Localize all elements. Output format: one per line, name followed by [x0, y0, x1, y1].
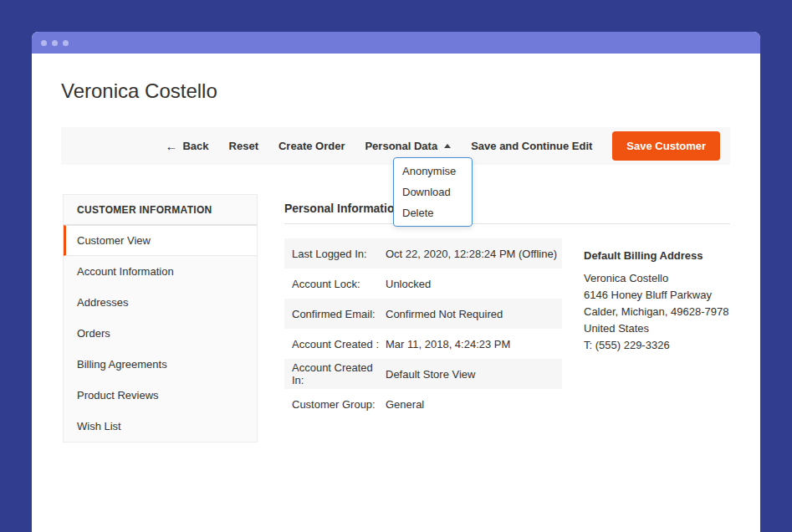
save-and-continue-label: Save and Continue Edit	[471, 140, 592, 152]
billing-address-line: Calder, Michigan, 49628-7978	[584, 304, 734, 320]
row-value: Default Store View	[386, 368, 562, 381]
row-value: Mar 11, 2018, 4:24:23 PM	[386, 338, 562, 350]
row-value: General	[386, 398, 562, 411]
window-dot-2[interactable]	[52, 40, 58, 46]
sidebar-item-customer-view[interactable]: Customer View	[64, 225, 257, 256]
back-button-label: Back	[182, 140, 208, 152]
create-order-button-label: Create Order	[278, 140, 345, 152]
save-customer-button[interactable]: Save Customer	[612, 131, 720, 161]
chevron-up-icon	[444, 144, 451, 148]
window-titlebar	[32, 32, 760, 54]
table-row: Confirmed Email: Confirmed Not Required	[284, 299, 562, 329]
row-value: Unlocked	[386, 278, 562, 290]
back-arrow-icon: ←	[165, 140, 177, 152]
page-title: Veronica Costello	[61, 79, 217, 103]
row-value: Oct 22, 2020, 12:28:24 PM (Offline)	[386, 248, 562, 260]
billing-address-line: United States	[584, 320, 734, 337]
table-row: Account Lock: Unlocked	[284, 269, 562, 299]
sidebar-item-billing-agreements[interactable]: Billing Agreements	[64, 349, 257, 380]
section-divider	[284, 223, 730, 224]
app-window: Veronica Costello ← Back Reset Create Or…	[32, 32, 760, 532]
reset-button[interactable]: Reset	[229, 140, 258, 152]
back-button[interactable]: ← Back	[165, 140, 208, 152]
table-row: Account Created : Mar 11, 2018, 4:24:23 …	[284, 329, 562, 359]
table-row: Account Created In: Default Store View	[284, 359, 562, 389]
row-label: Account Lock:	[284, 278, 386, 290]
create-order-button[interactable]: Create Order	[278, 140, 345, 152]
billing-address-line: Veronica Costello	[584, 270, 734, 287]
billing-address-line: 6146 Honey Bluff Parkway	[584, 287, 734, 304]
save-and-continue-button[interactable]: Save and Continue Edit	[471, 140, 592, 152]
personal-information-table: Last Logged In: Oct 22, 2020, 12:28:24 P…	[284, 238, 562, 419]
table-row: Last Logged In: Oct 22, 2020, 12:28:24 P…	[284, 238, 562, 269]
row-label: Last Logged In:	[284, 248, 386, 260]
billing-address-line: T: (555) 229-3326	[584, 337, 734, 354]
dropdown-item-download[interactable]: Download	[394, 182, 472, 202]
row-label: Account Created In:	[284, 361, 386, 386]
personal-data-dropdown: Anonymise Download Delete	[393, 157, 473, 227]
dropdown-item-delete[interactable]: Delete	[394, 202, 472, 223]
table-row: Customer Group: General	[284, 389, 562, 419]
row-value: Confirmed Not Required	[386, 308, 562, 320]
window-dot-3[interactable]	[63, 40, 69, 46]
row-label: Account Created :	[284, 338, 386, 350]
window-dot-1[interactable]	[41, 40, 47, 46]
sidebar-header: CUSTOMER INFORMATION	[64, 195, 257, 225]
row-label: Confirmed Email:	[284, 308, 386, 320]
personal-data-button-label: Personal Data	[365, 140, 437, 152]
row-label: Customer Group:	[284, 398, 386, 411]
dropdown-item-anonymise[interactable]: Anonymise	[394, 161, 472, 182]
customer-information-sidebar: CUSTOMER INFORMATION Customer View Accou…	[63, 194, 258, 442]
sidebar-item-orders[interactable]: Orders	[64, 318, 257, 349]
reset-button-label: Reset	[229, 140, 258, 152]
sidebar-item-account-information[interactable]: Account Information	[64, 256, 257, 287]
personal-information-title: Personal Information	[284, 202, 401, 215]
sidebar-item-product-reviews[interactable]: Product Reviews	[64, 380, 257, 411]
sidebar-item-addresses[interactable]: Addresses	[64, 287, 257, 318]
sidebar-item-wish-list[interactable]: Wish List	[64, 411, 257, 442]
default-billing-address: Default Billing Address Veronica Costell…	[584, 249, 734, 354]
personal-data-button[interactable]: Personal Data	[365, 140, 451, 152]
billing-address-title: Default Billing Address	[584, 249, 734, 262]
